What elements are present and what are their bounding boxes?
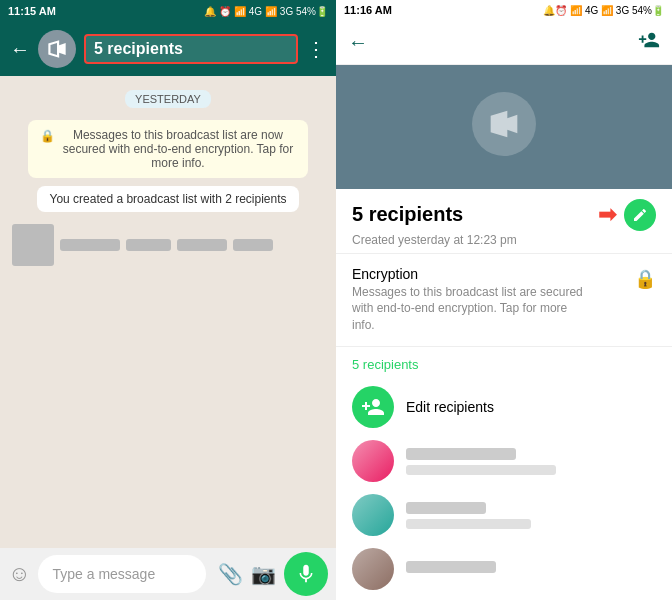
right-status-bar: 11:16 AM 🔔⏰ 📶 4G 📶 3G 54%🔋 (336, 0, 672, 21)
recipients-section: 5 recipients Edit recipients (336, 347, 672, 600)
broadcast-avatar (472, 92, 536, 156)
recipient-row-3 (352, 542, 656, 596)
profile-banner (336, 65, 672, 189)
red-arrow-indicator: ➡ (598, 202, 616, 228)
left-status-bar: 11:15 AM 🔔 ⏰ 📶 4G 📶 3G 54%🔋 (0, 0, 336, 22)
profile-name-row: 5 recipients ➡ (352, 199, 656, 231)
redacted-block-2 (126, 239, 171, 251)
message-input[interactable]: Type a message (38, 555, 206, 593)
redacted-media-row (12, 220, 324, 270)
redacted-block-3 (177, 239, 227, 251)
edit-icon (632, 207, 648, 223)
back-button[interactable]: ← (10, 38, 30, 61)
lock-icon: 🔒 (40, 129, 55, 143)
attach-button[interactable]: 📎 (218, 562, 243, 586)
recipient-sub-bar-2 (406, 519, 531, 529)
edit-recipients-info: Edit recipients (406, 399, 656, 415)
redacted-block-4 (233, 239, 273, 251)
chat-body: YESTERDAY 🔒 Messages to this broadcast l… (0, 76, 336, 548)
chat-title: 5 recipients (94, 40, 288, 58)
edit-recipients-icon (361, 395, 385, 419)
right-panel: 11:16 AM 🔔⏰ 📶 4G 📶 3G 54%🔋 ← 5 recipient… (336, 0, 672, 600)
recipient-row-2 (352, 488, 656, 542)
encryption-text: Encryption Messages to this broadcast li… (352, 266, 592, 334)
emoji-button[interactable]: ☺ (8, 561, 30, 587)
header-title-box[interactable]: 5 recipients (84, 34, 298, 64)
recipient-name-bar-1 (406, 448, 516, 460)
chat-avatar (38, 30, 76, 68)
encryption-description: Messages to this broadcast list are secu… (352, 284, 592, 334)
recipient-info-3 (406, 561, 656, 578)
encryption-title: Encryption (352, 266, 592, 282)
encryption-notice[interactable]: 🔒 Messages to this broadcast list are no… (28, 120, 308, 178)
broadcast-created-msg: You created a broadcast list with 2 reci… (37, 186, 298, 212)
profile-created: Created yesterday at 12:23 pm (352, 233, 656, 247)
date-badge: YESTERDAY (125, 90, 211, 108)
edit-recipients-label: Edit recipients (406, 399, 656, 415)
recipient-info-2 (406, 502, 656, 529)
broadcast-megaphone-icon (484, 104, 524, 144)
recipient-avatar-2 (352, 494, 394, 536)
left-status-time: 11:15 AM (8, 5, 56, 17)
edit-recipients-row[interactable]: Edit recipients (352, 380, 656, 434)
edit-recipients-avatar (352, 386, 394, 428)
redacted-thumb-1 (12, 224, 54, 266)
left-status-icons: 🔔 ⏰ 📶 4G 📶 3G 54%🔋 (204, 6, 328, 17)
right-status-time: 11:16 AM (344, 4, 392, 16)
right-back-button[interactable]: ← (348, 31, 368, 54)
recipient-name-bar-3 (406, 561, 496, 573)
mic-button[interactable] (284, 552, 328, 596)
recipient-info-1 (406, 448, 656, 475)
encryption-lock-icon: 🔒 (634, 268, 656, 290)
recipient-avatar-3 (352, 548, 394, 590)
left-panel: 11:15 AM 🔔 ⏰ 📶 4G 📶 3G 54%🔋 ← 5 recipien… (0, 0, 336, 600)
chat-header: ← 5 recipients ⋮ (0, 22, 336, 76)
redacted-block-1 (60, 239, 120, 251)
right-header: ← (336, 21, 672, 65)
recipient-avatar-1 (352, 440, 394, 482)
recipient-row-1 (352, 434, 656, 488)
mic-icon (295, 563, 317, 585)
add-contact-icon (638, 29, 660, 51)
profile-name: 5 recipients (352, 203, 463, 226)
recipient-sub-bar-1 (406, 465, 556, 475)
right-status-icons: 🔔⏰ 📶 4G 📶 3G 54%🔋 (543, 5, 664, 16)
menu-button[interactable]: ⋮ (306, 37, 326, 61)
chat-input-bar: ☺ Type a message 📎 📷 (0, 548, 336, 600)
encryption-section[interactable]: Encryption Messages to this broadcast li… (336, 254, 672, 347)
recipients-count: 5 recipients (352, 357, 656, 372)
profile-info: 5 recipients ➡ Created yesterday at 12:2… (336, 189, 672, 254)
camera-button[interactable]: 📷 (251, 562, 276, 586)
megaphone-icon (44, 36, 70, 62)
add-contact-button[interactable] (638, 29, 660, 56)
edit-broadcast-button[interactable] (624, 199, 656, 231)
recipient-name-bar-2 (406, 502, 486, 514)
